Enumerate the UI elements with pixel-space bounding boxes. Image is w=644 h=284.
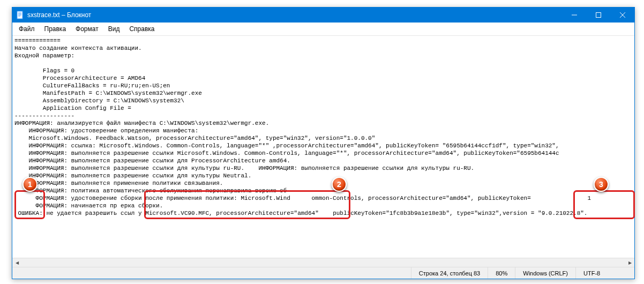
scroll-left-icon[interactable]: ◀ (12, 258, 21, 267)
scroll-right-icon[interactable]: ▶ (625, 258, 634, 267)
status-position: Строка 24, столбец 83 (411, 267, 488, 279)
titlebar[interactable]: sxstrace.txt – Блокнот (12, 8, 634, 23)
text-area[interactable]: ============= Начато создание контекста … (12, 36, 634, 258)
status-encoding: UTF-8 (575, 267, 634, 279)
menu-edit[interactable]: Правка (40, 24, 71, 34)
status-zoom: 80% (488, 267, 515, 279)
menu-file[interactable]: Файл (14, 24, 39, 34)
window-title: sxstrace.txt – Блокнот (27, 11, 562, 19)
menu-help[interactable]: Справка (125, 24, 159, 34)
svg-rect-6 (596, 13, 601, 18)
maximize-button[interactable] (586, 8, 610, 23)
minimize-button[interactable] (562, 8, 586, 23)
menu-format[interactable]: Формат (71, 24, 103, 34)
menubar: Файл Правка Формат Вид Справка (12, 23, 634, 36)
statusbar: Строка 24, столбец 83 80% Windows (CRLF)… (12, 267, 634, 279)
notepad-icon (16, 11, 24, 19)
status-eol: Windows (CRLF) (515, 267, 575, 279)
notepad-window: sxstrace.txt – Блокнот Файл Правка Форма… (12, 7, 635, 279)
horizontal-scrollbar[interactable]: ◀ ▶ (12, 258, 634, 267)
close-button[interactable] (610, 8, 634, 23)
menu-view[interactable]: Вид (104, 24, 124, 34)
